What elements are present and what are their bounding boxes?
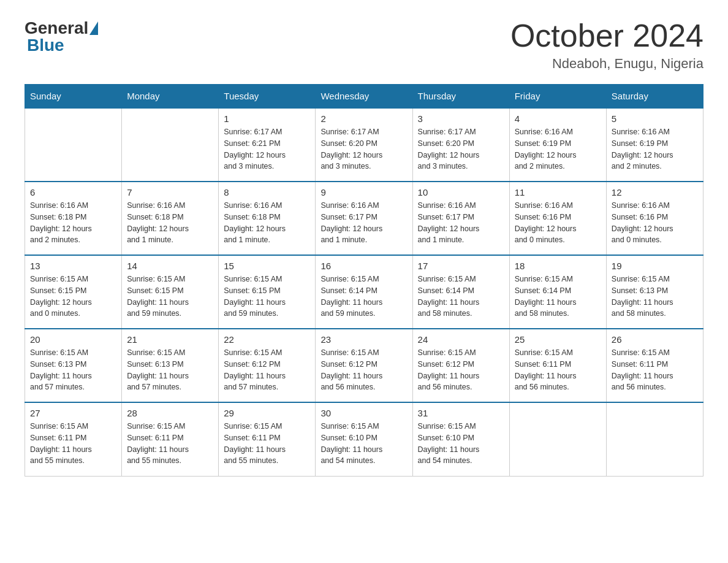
calendar-cell: [25, 108, 122, 182]
day-info: Sunrise: 6:15 AM Sunset: 6:15 PM Dayligh…: [127, 274, 213, 320]
day-number: 19: [612, 261, 698, 271]
day-number: 16: [320, 261, 407, 271]
calendar-week-row: 13Sunrise: 6:15 AM Sunset: 6:15 PM Dayli…: [25, 255, 703, 329]
day-info: Sunrise: 6:16 AM Sunset: 6:16 PM Dayligh…: [515, 200, 601, 246]
day-number: 25: [515, 334, 601, 345]
calendar-cell: 17Sunrise: 6:15 AM Sunset: 6:14 PM Dayli…: [412, 255, 509, 329]
day-number: 30: [320, 408, 407, 418]
calendar-cell: 7Sunrise: 6:16 AM Sunset: 6:18 PM Daylig…: [122, 182, 219, 255]
calendar-cell: 10Sunrise: 6:16 AM Sunset: 6:17 PM Dayli…: [412, 182, 509, 255]
day-info: Sunrise: 6:15 AM Sunset: 6:15 PM Dayligh…: [224, 274, 310, 320]
calendar-title: October 2024: [510, 18, 703, 53]
calendar-cell: 18Sunrise: 6:15 AM Sunset: 6:14 PM Dayli…: [509, 255, 606, 329]
weekday-header-sunday: Sunday: [25, 85, 122, 109]
day-number: 3: [418, 113, 504, 124]
calendar-cell: 3Sunrise: 6:17 AM Sunset: 6:20 PM Daylig…: [412, 108, 509, 182]
day-info: Sunrise: 6:17 AM Sunset: 6:20 PM Dayligh…: [320, 126, 407, 172]
weekday-header-wednesday: Wednesday: [316, 85, 412, 109]
calendar-cell: 23Sunrise: 6:15 AM Sunset: 6:12 PM Dayli…: [316, 329, 412, 402]
day-number: 7: [127, 187, 213, 197]
day-info: Sunrise: 6:16 AM Sunset: 6:17 PM Dayligh…: [320, 200, 407, 246]
day-number: 11: [515, 187, 601, 197]
day-info: Sunrise: 6:15 AM Sunset: 6:11 PM Dayligh…: [127, 421, 213, 467]
calendar-cell: 26Sunrise: 6:15 AM Sunset: 6:11 PM Dayli…: [606, 329, 703, 402]
day-info: Sunrise: 6:16 AM Sunset: 6:18 PM Dayligh…: [127, 200, 213, 246]
calendar-cell: 25Sunrise: 6:15 AM Sunset: 6:11 PM Dayli…: [509, 329, 606, 402]
day-number: 22: [224, 334, 310, 345]
calendar-cell: 16Sunrise: 6:15 AM Sunset: 6:14 PM Dayli…: [316, 255, 412, 329]
day-info: Sunrise: 6:15 AM Sunset: 6:15 PM Dayligh…: [30, 274, 116, 320]
logo: General Blue: [25, 18, 99, 55]
day-number: 31: [418, 408, 504, 418]
calendar-cell: 21Sunrise: 6:15 AM Sunset: 6:13 PM Dayli…: [122, 329, 219, 402]
calendar-week-row: 20Sunrise: 6:15 AM Sunset: 6:13 PM Dayli…: [25, 329, 703, 402]
calendar-cell: 11Sunrise: 6:16 AM Sunset: 6:16 PM Dayli…: [509, 182, 606, 255]
calendar-cell: 14Sunrise: 6:15 AM Sunset: 6:15 PM Dayli…: [122, 255, 219, 329]
day-info: Sunrise: 6:17 AM Sunset: 6:20 PM Dayligh…: [418, 126, 504, 172]
day-info: Sunrise: 6:15 AM Sunset: 6:14 PM Dayligh…: [320, 274, 407, 320]
day-info: Sunrise: 6:15 AM Sunset: 6:12 PM Dayligh…: [320, 347, 407, 393]
day-number: 12: [612, 187, 698, 197]
weekday-header-friday: Friday: [509, 85, 606, 109]
day-number: 9: [320, 187, 407, 197]
day-info: Sunrise: 6:16 AM Sunset: 6:16 PM Dayligh…: [612, 200, 698, 246]
day-info: Sunrise: 6:15 AM Sunset: 6:13 PM Dayligh…: [612, 274, 698, 320]
calendar-cell: 27Sunrise: 6:15 AM Sunset: 6:11 PM Dayli…: [25, 402, 122, 476]
calendar-cell: 19Sunrise: 6:15 AM Sunset: 6:13 PM Dayli…: [606, 255, 703, 329]
title-area: October 2024 Ndeaboh, Enugu, Nigeria: [510, 18, 703, 72]
calendar-cell: 12Sunrise: 6:16 AM Sunset: 6:16 PM Dayli…: [606, 182, 703, 255]
weekday-header-thursday: Thursday: [412, 85, 509, 109]
calendar-subtitle: Ndeaboh, Enugu, Nigeria: [510, 56, 703, 72]
day-info: Sunrise: 6:15 AM Sunset: 6:14 PM Dayligh…: [515, 274, 601, 320]
day-info: Sunrise: 6:15 AM Sunset: 6:11 PM Dayligh…: [30, 421, 116, 467]
day-number: 18: [515, 261, 601, 271]
day-info: Sunrise: 6:15 AM Sunset: 6:11 PM Dayligh…: [224, 421, 310, 467]
day-info: Sunrise: 6:16 AM Sunset: 6:18 PM Dayligh…: [224, 200, 310, 246]
calendar-cell: 22Sunrise: 6:15 AM Sunset: 6:12 PM Dayli…: [219, 329, 316, 402]
day-info: Sunrise: 6:15 AM Sunset: 6:13 PM Dayligh…: [30, 347, 116, 393]
day-number: 20: [30, 334, 116, 345]
calendar-cell: 6Sunrise: 6:16 AM Sunset: 6:18 PM Daylig…: [25, 182, 122, 255]
calendar-cell: 13Sunrise: 6:15 AM Sunset: 6:15 PM Dayli…: [25, 255, 122, 329]
calendar-cell: 24Sunrise: 6:15 AM Sunset: 6:12 PM Dayli…: [412, 329, 509, 402]
day-number: 14: [127, 261, 213, 271]
calendar-week-row: 6Sunrise: 6:16 AM Sunset: 6:18 PM Daylig…: [25, 182, 703, 255]
calendar-table: SundayMondayTuesdayWednesdayThursdayFrid…: [25, 84, 703, 477]
calendar-cell: 29Sunrise: 6:15 AM Sunset: 6:11 PM Dayli…: [219, 402, 316, 476]
day-info: Sunrise: 6:15 AM Sunset: 6:11 PM Dayligh…: [612, 347, 698, 393]
day-number: 26: [612, 334, 698, 345]
day-info: Sunrise: 6:15 AM Sunset: 6:11 PM Dayligh…: [515, 347, 601, 393]
day-info: Sunrise: 6:15 AM Sunset: 6:12 PM Dayligh…: [224, 347, 310, 393]
day-number: 23: [320, 334, 407, 345]
calendar-cell: [122, 108, 219, 182]
day-number: 24: [418, 334, 504, 345]
day-info: Sunrise: 6:15 AM Sunset: 6:10 PM Dayligh…: [320, 421, 407, 467]
weekday-header-monday: Monday: [122, 85, 219, 109]
header-row: SundayMondayTuesdayWednesdayThursdayFrid…: [25, 85, 703, 109]
day-info: Sunrise: 6:15 AM Sunset: 6:14 PM Dayligh…: [418, 274, 504, 320]
calendar-cell: 4Sunrise: 6:16 AM Sunset: 6:19 PM Daylig…: [509, 108, 606, 182]
day-info: Sunrise: 6:15 AM Sunset: 6:10 PM Dayligh…: [418, 421, 504, 467]
page-header: General Blue October 2024 Ndeaboh, Enugu…: [25, 18, 703, 72]
day-number: 6: [30, 187, 116, 197]
day-info: Sunrise: 6:15 AM Sunset: 6:13 PM Dayligh…: [127, 347, 213, 393]
calendar-week-row: 27Sunrise: 6:15 AM Sunset: 6:11 PM Dayli…: [25, 402, 703, 476]
logo-triangle-icon: [89, 21, 98, 35]
day-number: 27: [30, 408, 116, 418]
day-number: 28: [127, 408, 213, 418]
calendar-cell: 30Sunrise: 6:15 AM Sunset: 6:10 PM Dayli…: [316, 402, 412, 476]
day-number: 17: [418, 261, 504, 271]
day-number: 13: [30, 261, 116, 271]
calendar-cell: 31Sunrise: 6:15 AM Sunset: 6:10 PM Dayli…: [412, 402, 509, 476]
day-number: 10: [418, 187, 504, 197]
logo-blue-text: Blue: [27, 36, 64, 55]
day-number: 5: [612, 113, 698, 124]
day-info: Sunrise: 6:16 AM Sunset: 6:18 PM Dayligh…: [30, 200, 116, 246]
day-number: 4: [515, 113, 601, 124]
day-info: Sunrise: 6:15 AM Sunset: 6:12 PM Dayligh…: [418, 347, 504, 393]
calendar-cell: 9Sunrise: 6:16 AM Sunset: 6:17 PM Daylig…: [316, 182, 412, 255]
calendar-cell: 20Sunrise: 6:15 AM Sunset: 6:13 PM Dayli…: [25, 329, 122, 402]
calendar-cell: 8Sunrise: 6:16 AM Sunset: 6:18 PM Daylig…: [219, 182, 316, 255]
weekday-header-saturday: Saturday: [606, 85, 703, 109]
calendar-cell: 28Sunrise: 6:15 AM Sunset: 6:11 PM Dayli…: [122, 402, 219, 476]
